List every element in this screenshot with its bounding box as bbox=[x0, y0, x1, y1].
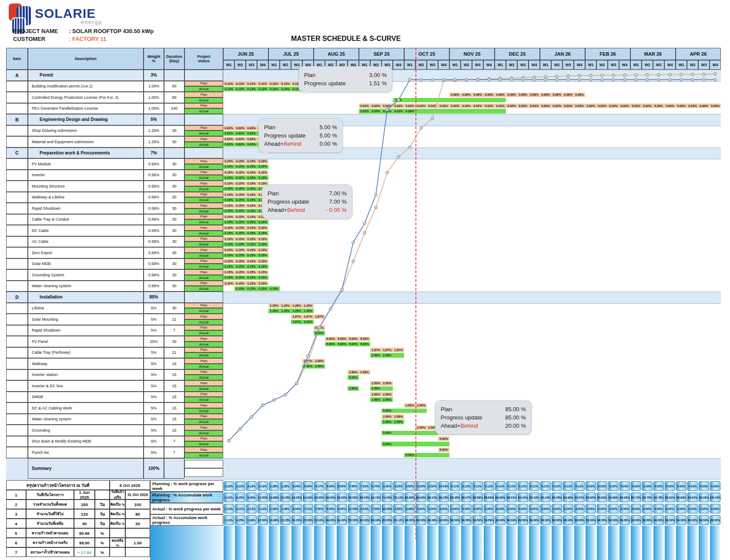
bar-week-value: 0.63% bbox=[246, 126, 257, 130]
progress-week-cell: 99.87% bbox=[687, 493, 698, 502]
actual-bar: 5.00% bbox=[404, 453, 449, 457]
progress-week-cell: 100.00% bbox=[710, 493, 720, 502]
task-status-plan: Plan bbox=[184, 414, 223, 419]
summary-row-unit: วัน bbox=[95, 519, 110, 528]
bar-week-value: 5.00% bbox=[348, 375, 359, 379]
bar-week-value: 5.00% bbox=[359, 342, 370, 346]
gradient-week-column bbox=[325, 526, 335, 560]
bar-week-value bbox=[449, 109, 461, 113]
summary-pct-label: คิดเป็น % bbox=[110, 509, 125, 519]
task-status-plan: Plan bbox=[184, 392, 223, 397]
section-title: Summary bbox=[28, 458, 144, 479]
bar-week-value bbox=[393, 409, 404, 413]
progress-week-cell: 0.03% bbox=[608, 481, 619, 491]
task-status-plan: Plan bbox=[184, 336, 223, 342]
bar-week-value: 0.03% bbox=[415, 104, 427, 108]
tooltip-row: Ahead+Behind0.00 % bbox=[264, 141, 337, 147]
task-status-actual: Actual bbox=[184, 330, 223, 336]
col-header-weight: Weight% bbox=[144, 48, 164, 70]
progress-week-cell: 0.03% bbox=[687, 481, 698, 491]
progress-week-cell: 0.00% bbox=[710, 504, 720, 513]
progress-week-cell: 1.38% bbox=[280, 481, 291, 491]
progress-week-cell: 3.13% bbox=[246, 481, 257, 491]
week-header: W3 bbox=[698, 60, 710, 70]
progress-week-cell: 0.11% bbox=[518, 481, 528, 491]
progress-week-cell: 50.50% bbox=[348, 493, 358, 502]
bar-week-value bbox=[404, 98, 415, 102]
gradient-week-column bbox=[405, 526, 415, 560]
actual-bar: 0.15%0.15%0.15%0.15% bbox=[223, 264, 268, 268]
actual-bar: 2.50%2.50% bbox=[382, 419, 404, 424]
bar-week-value: 0.63% bbox=[234, 137, 246, 141]
task-weight: 1.00% bbox=[144, 81, 164, 92]
task-status-actual: Actual bbox=[184, 197, 223, 203]
bar-week-value: 1.67% bbox=[382, 348, 393, 352]
task-duration: 15 bbox=[164, 414, 184, 425]
summary-row-value: 1 Jun 2025 bbox=[74, 490, 95, 500]
progress-tooltip: Plan5.00 %Progress update5.00 %Ahead+Beh… bbox=[258, 118, 343, 153]
bar-week-value: 0.15% bbox=[234, 175, 246, 180]
bar-week-value: 0.15% bbox=[257, 170, 268, 174]
bar-week-value: 0.13% bbox=[280, 87, 291, 91]
bar-week-value: 0.63% bbox=[223, 126, 234, 130]
actual-bar: 0.15%0.15%0.15%0.15% bbox=[223, 275, 268, 280]
bar-week-value: 0.15% bbox=[223, 231, 234, 235]
page-title: MASTER SCHEDULE & S-CURVE bbox=[244, 35, 448, 43]
tooltip-row: Progress update1.51 % bbox=[304, 80, 387, 87]
task-status-actual: Actual bbox=[184, 286, 223, 292]
bar-week-value bbox=[438, 442, 449, 446]
week-header: W2 bbox=[551, 60, 563, 70]
bar-week-value: 0.13% bbox=[246, 87, 257, 91]
bar-week-value: 0.03% bbox=[393, 104, 404, 108]
week-header: W2 bbox=[687, 60, 698, 70]
plan-bar: 2.50%2.50% bbox=[382, 414, 404, 419]
bar-week-value: 0.15% bbox=[234, 187, 246, 191]
week-header: W4 bbox=[710, 60, 721, 70]
summary-row-no: 4 bbox=[6, 519, 26, 528]
bar-week-value bbox=[495, 98, 506, 102]
bar-week-value: 0.15% bbox=[246, 253, 257, 258]
bar-week-value: 0.08% bbox=[574, 93, 585, 97]
progress-week-cell: 0.00% bbox=[495, 504, 506, 513]
progress-week-cell: 98.50% bbox=[427, 515, 438, 525]
bar-week-value: 5.00% bbox=[325, 337, 336, 341]
progress-tooltip: Plan7.00 %Progress update7.00 %Ahead+Beh… bbox=[262, 184, 352, 219]
task-status-plan: Plan bbox=[184, 92, 223, 97]
plan-bar: 2.50%2.50% bbox=[370, 381, 393, 386]
task-item bbox=[6, 136, 28, 148]
week-header: W3 bbox=[472, 60, 483, 70]
progress-week-cell: 98.36% bbox=[450, 493, 460, 502]
gradient-week-column bbox=[586, 526, 596, 560]
week-header: W2 bbox=[415, 60, 427, 70]
bar-week-value: 0.15% bbox=[234, 164, 246, 169]
task-weight: 0.58% bbox=[144, 258, 164, 270]
progress-week-cell: 15.25% bbox=[280, 515, 291, 525]
task-item bbox=[6, 170, 28, 181]
bar-week-value: 5.00% bbox=[382, 442, 393, 446]
bar-week-value: 2.50% bbox=[314, 364, 325, 369]
bar-week-value: 0.08% bbox=[472, 93, 483, 97]
progress-week-cell: 98.50% bbox=[619, 515, 630, 525]
task-status-plan: Plan bbox=[184, 347, 223, 353]
task-status-plan: Plan bbox=[184, 170, 223, 175]
task-weight: 5% bbox=[144, 314, 164, 325]
bar-week-value: 0.15% bbox=[223, 209, 234, 213]
progress-week-cell: 6.25% bbox=[235, 493, 245, 502]
plan-bar: 1.67%1.67%1.67% bbox=[370, 348, 404, 352]
bar-week-value: 0.15% bbox=[223, 248, 234, 252]
progress-week-cell: 98.50% bbox=[450, 515, 460, 525]
bar-week-value: 1.25% bbox=[280, 303, 291, 308]
bar-week-value bbox=[472, 109, 483, 113]
week-header: W3 bbox=[246, 60, 257, 70]
tooltip-row: Progress update5.00 % bbox=[264, 132, 337, 139]
progress-week-cell: 99.84% bbox=[676, 493, 686, 502]
bar-week-value: 0.15% bbox=[234, 286, 246, 291]
week-header: W2 bbox=[280, 60, 291, 70]
task-description: Grounding System bbox=[28, 269, 144, 281]
task-duration: 15 bbox=[164, 358, 184, 369]
task-status-plan: Plan bbox=[184, 269, 223, 275]
task-status-plan: Plan bbox=[184, 103, 223, 109]
actual-bar: 5.00% bbox=[382, 431, 438, 435]
bar-week-value: 5.00% bbox=[359, 337, 370, 341]
bar-week-value: 0.03% bbox=[630, 104, 642, 108]
